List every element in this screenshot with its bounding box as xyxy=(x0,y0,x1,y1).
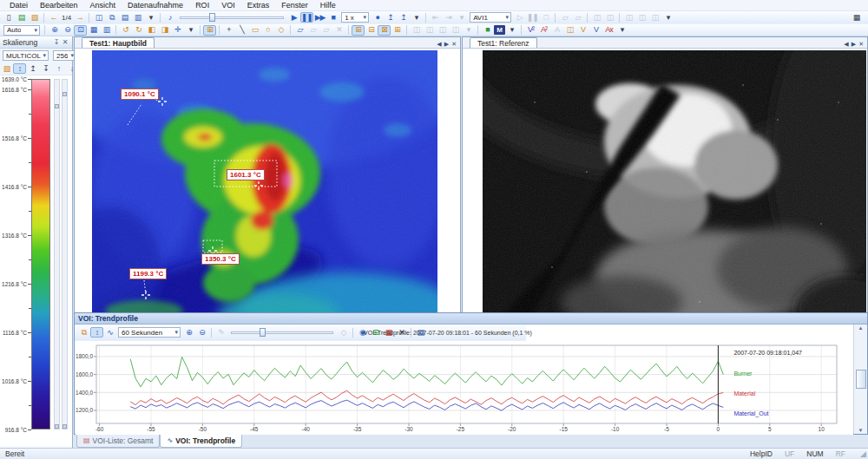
scroll-down-icon[interactable]: ▼ xyxy=(858,428,864,433)
scroll-tabs-left-icon[interactable]: ◀ xyxy=(844,41,848,48)
area-squared-icon[interactable]: A² xyxy=(537,25,550,36)
scale-slider-track-lower[interactable] xyxy=(62,79,68,429)
reference-image[interactable] xyxy=(483,50,866,319)
snapshot-icon[interactable]: ▥ xyxy=(131,12,144,23)
snap-grid-icon[interactable]: ⊞ xyxy=(352,25,365,36)
tab-referenz[interactable]: Test1: Referenz xyxy=(470,37,537,48)
thumbnails-icon[interactable]: ▦ xyxy=(87,25,100,36)
stop-icon[interactable]: ■ xyxy=(326,12,339,23)
bottom-tab-trendprofile[interactable]: ∿VOI: Trendprofile xyxy=(160,435,242,448)
scale-up-icon[interactable]: ↥ xyxy=(26,63,39,74)
next-image-icon[interactable]: → xyxy=(73,12,86,23)
matrix-icon[interactable]: M xyxy=(494,25,505,35)
avi-combo[interactable]: AVI1▾ xyxy=(470,12,511,23)
voi-blue-icon[interactable]: V xyxy=(589,25,602,36)
resize-grip[interactable]: ◢ xyxy=(860,449,866,458)
close-window-icon[interactable]: ✕ xyxy=(858,41,864,48)
scale-slider-handle[interactable] xyxy=(55,424,59,429)
autoscale-y-icon[interactable]: ↕ xyxy=(90,327,103,338)
copy-image-icon[interactable]: ⧉ xyxy=(105,12,118,23)
window-layout-icon[interactable]: ▦ xyxy=(850,12,863,23)
trend-panel-titlebar[interactable]: VOI: Trendprofile xyxy=(75,313,867,325)
thermal-image[interactable]: 1090.1 °C1601.3 °C1350.3 °C1199.3 °C xyxy=(92,50,437,319)
voi-delete-icon[interactable]: Ax xyxy=(602,25,615,36)
zoom-in-icon[interactable]: ⊕ xyxy=(48,25,61,36)
new-report-icon[interactable]: ▤ xyxy=(15,12,28,23)
trend-scrollbar[interactable]: ▲ ▼ xyxy=(853,325,867,434)
slider-thumb[interactable] xyxy=(209,13,215,22)
menu-extras[interactable]: Extras xyxy=(241,0,276,10)
speed-combo[interactable]: 1 x▾ xyxy=(341,12,369,23)
zoom-out-icon[interactable]: ⊖ xyxy=(61,25,74,36)
prev-image-icon[interactable]: ← xyxy=(47,12,60,23)
fit-window-icon[interactable]: ⊡ xyxy=(74,25,87,36)
edit-roi-icon[interactable]: ▱ xyxy=(293,25,306,36)
scroll-tabs-right-icon[interactable]: ▶ xyxy=(852,41,856,48)
snap-edge-icon[interactable]: ⊟ xyxy=(365,25,378,36)
view-options-icon[interactable]: ▾ xyxy=(184,25,197,36)
marker-up-icon[interactable]: ↥ xyxy=(384,12,397,23)
polygon-roi-icon[interactable]: ◇ xyxy=(274,25,287,36)
scrollbar-thumb[interactable] xyxy=(856,370,866,389)
temperature-label[interactable]: 1090.1 °C xyxy=(121,89,159,100)
slider-thumb[interactable] xyxy=(260,328,266,337)
new-document-icon[interactable]: ▯ xyxy=(2,12,15,23)
tab-hauptbild[interactable]: Test1: Hauptbild xyxy=(82,37,155,48)
voi-options-icon[interactable]: ▾ xyxy=(615,25,628,36)
speaker-icon[interactable]: ♪ xyxy=(163,12,176,23)
menu-datenaufnahme[interactable]: Datenaufnahme xyxy=(122,0,189,10)
close-window-icon[interactable]: ✕ xyxy=(451,41,457,48)
lock-roi-icon[interactable]: ⊠ xyxy=(378,25,391,36)
fast-forward-icon[interactable]: ▶▶ xyxy=(313,12,326,23)
menu-ansicht[interactable]: Ansicht xyxy=(84,0,122,10)
save-options-icon[interactable]: ▾ xyxy=(144,12,157,23)
menu-hilfe[interactable]: Hilfe xyxy=(314,0,342,10)
bottom-tab-voi-liste[interactable]: ▤VOI-Liste: Gesamt xyxy=(76,435,160,448)
temperature-label[interactable]: 1199.3 °C xyxy=(129,268,167,279)
point-roi-icon[interactable]: + xyxy=(222,25,235,36)
menu-voi[interactable]: VOI xyxy=(215,0,241,10)
autoscale-scale-icon[interactable]: ↕ xyxy=(13,63,26,74)
position-slider[interactable] xyxy=(180,12,284,23)
save-icon[interactable]: ◫ xyxy=(92,12,105,23)
flip-horizontal-icon[interactable]: ◧ xyxy=(145,25,158,36)
scroll-up-icon[interactable]: ▲ xyxy=(858,325,864,331)
color-range-icon[interactable]: ■ xyxy=(481,25,494,36)
scale-down-icon[interactable]: ↧ xyxy=(39,63,52,74)
display-options-icon[interactable]: ▾ xyxy=(505,25,518,36)
flip-vertical-icon[interactable]: ◨ xyxy=(158,25,171,36)
playback-options-icon[interactable]: ▾ xyxy=(410,12,423,23)
scale-slider-handle[interactable] xyxy=(62,92,67,96)
gallery-icon[interactable]: ▤ xyxy=(118,12,131,23)
scroll-tabs-left-icon[interactable]: ◀ xyxy=(437,41,441,48)
voi-yellow-icon[interactable]: V xyxy=(576,25,589,36)
scale-slider-handle[interactable] xyxy=(55,104,59,108)
temperature-label[interactable]: 1350.3 °C xyxy=(201,253,240,265)
chart-settings-icon[interactable]: ∿ xyxy=(103,327,116,338)
pin-icon[interactable]: ↧ xyxy=(52,38,61,46)
stamp-icon[interactable]: ◫ xyxy=(563,25,576,36)
line-roi-icon[interactable]: ╲ xyxy=(235,25,248,36)
rotate-left-icon[interactable]: ↺ xyxy=(119,25,132,36)
palette-icon[interactable]: ▧ xyxy=(0,63,13,74)
ellipse-roi-icon[interactable]: ○ xyxy=(261,25,274,36)
record-icon[interactable]: ● xyxy=(371,12,384,23)
levels-combo[interactable]: 256▾ xyxy=(53,50,76,61)
menu-bearbeiten[interactable]: Bearbeiten xyxy=(34,0,84,10)
more-tools-icon[interactable]: ▾ xyxy=(661,12,674,23)
close-icon[interactable]: ✕ xyxy=(61,38,69,46)
roi-options-icon[interactable]: ⊞ xyxy=(391,25,404,36)
temperature-label[interactable]: 1601.3 °C xyxy=(227,169,265,180)
layout-icon[interactable]: ▥ xyxy=(100,25,113,36)
trend-position-slider[interactable] xyxy=(231,327,333,338)
scale-slider-handle[interactable] xyxy=(62,424,67,429)
palette-combo[interactable]: MULTICOLOR▾ xyxy=(3,50,49,61)
copy-trend-icon[interactable]: ⧉ xyxy=(77,327,90,338)
rotate-right-icon[interactable]: ↻ xyxy=(132,25,145,36)
play-icon[interactable]: ▶ xyxy=(287,12,300,23)
rect-roi-icon[interactable]: ▭ xyxy=(248,25,261,36)
menu-roi[interactable]: ROI xyxy=(189,0,215,10)
voi-squared-icon[interactable]: V² xyxy=(524,25,537,36)
interval-combo[interactable]: 60 Sekunden▾ xyxy=(118,327,181,338)
scale-slider-track-upper[interactable] xyxy=(54,79,60,429)
